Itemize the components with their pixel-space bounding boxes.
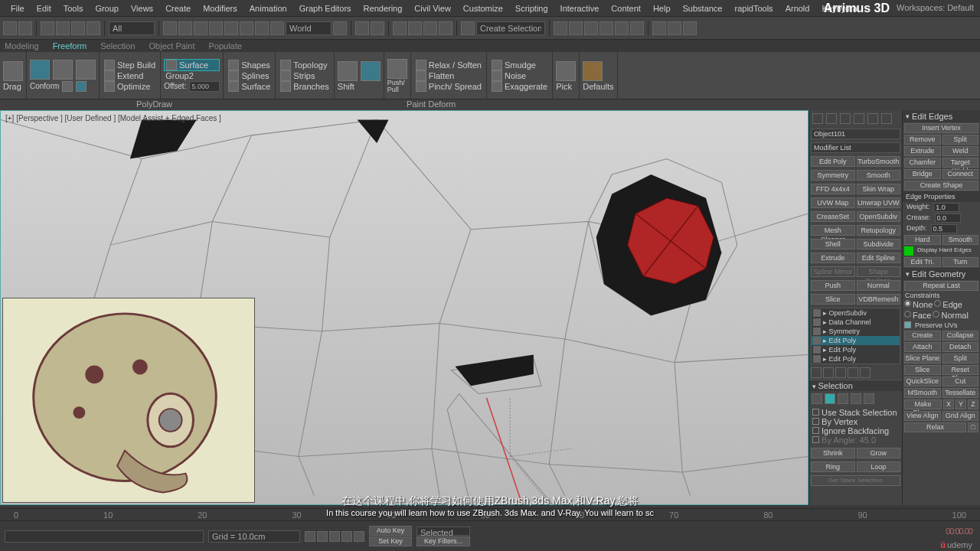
select-icon[interactable] — [163, 21, 177, 35]
move-icon[interactable] — [224, 21, 238, 35]
named-sel-icon[interactable] — [461, 21, 475, 35]
undo-icon[interactable] — [3, 21, 17, 35]
repeat-last-button[interactable]: Repeat Last — [904, 281, 978, 291]
step-build-button[interactable]: Step Build — [103, 60, 157, 70]
msmooth-button[interactable]: MSmooth — [904, 388, 941, 398]
opensubdiv-button[interactable]: OpenSubdiv — [857, 211, 901, 222]
slice-button[interactable]: Slice — [811, 294, 855, 305]
hard-edge-color[interactable] — [904, 246, 913, 256]
ring-button[interactable]: Ring — [811, 461, 855, 472]
prompt-field[interactable] — [5, 530, 204, 543]
mod-edit-poly[interactable]: ▸ Edit Poly — [812, 354, 900, 364]
menu-help[interactable]: Help — [647, 4, 677, 13]
bridge-button[interactable]: Bridge — [904, 169, 941, 179]
cut-button[interactable]: Cut — [942, 377, 979, 386]
strips-button[interactable]: Strips — [279, 70, 330, 81]
cp-motion-icon[interactable] — [854, 113, 864, 124]
menu-create[interactable]: Create — [159, 4, 197, 13]
menu-views[interactable]: Views — [125, 4, 159, 13]
menu-group[interactable]: Group — [89, 4, 125, 13]
ribbon-tab-populate[interactable]: Populate — [208, 41, 241, 51]
shrink-button[interactable]: Shrink — [811, 448, 855, 458]
by-angle[interactable]: By Angle: 45.0 — [812, 435, 899, 445]
render-frame-icon[interactable] — [668, 21, 681, 35]
workspace-selector[interactable]: Workspaces: Default — [897, 3, 974, 12]
ribbon-tab-object-paint[interactable]: Object Paint — [149, 41, 195, 51]
ribbon-tab-freeform[interactable]: Freeform — [53, 41, 87, 51]
group2-button[interactable]: Group2 — [164, 71, 220, 80]
mod-edit-poly[interactable]: ▸ Edit Poly — [812, 345, 900, 354]
creaseset-button[interactable]: CreaseSet — [811, 211, 855, 222]
viewport-label[interactable]: [+] [Perspective ] [User Defined ] [Mode… — [5, 114, 221, 122]
edit-spline-button[interactable]: Edit Spline — [857, 253, 901, 263]
mod-edit-poly[interactable]: ▸ Edit Poly — [812, 336, 900, 345]
mod-symmetry[interactable]: ▸ Symmetry — [812, 327, 900, 336]
conform-move-icon[interactable] — [53, 60, 73, 80]
hard-button[interactable]: Hard — [904, 235, 941, 245]
menu-civil-view[interactable]: Civil View — [408, 4, 456, 13]
link-icon[interactable] — [41, 21, 54, 35]
keyboard-icon[interactable] — [371, 21, 384, 35]
connect-button[interactable]: Connect — [942, 169, 979, 179]
named-sel-set[interactable] — [476, 21, 545, 35]
stack-pin-icon[interactable] — [811, 367, 822, 378]
material-editor-icon[interactable] — [630, 21, 644, 35]
menu-modifiers[interactable]: Modifiers — [197, 4, 243, 13]
placement-icon[interactable] — [270, 21, 284, 35]
coord-sys[interactable] — [286, 21, 332, 35]
edit-edges-header[interactable]: ▾ Edit Edges — [903, 110, 980, 122]
preserve-uvs-check[interactable] — [904, 321, 911, 328]
turbosmooth-button[interactable]: TurboSmooth — [857, 156, 901, 167]
slice-plane-button[interactable]: Slice Plane — [904, 354, 941, 364]
relax-button[interactable]: Relax — [904, 422, 966, 432]
shapes-button[interactable]: Shapes — [227, 60, 272, 70]
symmetry-button[interactable]: Symmetry — [811, 170, 855, 181]
quickslice-button[interactable]: QuickSlice — [904, 377, 941, 386]
detach-button[interactable]: Detach — [942, 342, 979, 352]
menu-animation[interactable]: Animation — [243, 4, 293, 13]
extend-button[interactable]: Extend — [103, 70, 157, 81]
make-planar-button[interactable]: Make Planar — [904, 399, 942, 409]
conform-opt1-icon[interactable] — [62, 81, 73, 92]
angle-snap-icon[interactable] — [408, 21, 422, 35]
menu-rendering[interactable]: Rendering — [358, 4, 409, 13]
select-region-icon[interactable] — [194, 21, 207, 35]
attach-button[interactable]: Attach — [904, 342, 941, 352]
modifier-list-dropdown[interactable]: Modifier List — [811, 142, 900, 153]
subobj-border-icon[interactable] — [838, 393, 848, 404]
shell-button[interactable]: Shell — [811, 239, 855, 249]
menu-customize[interactable]: Customize — [457, 4, 509, 13]
menu-content[interactable]: Content — [605, 4, 647, 13]
extrude-button[interactable]: Extrude — [811, 253, 855, 263]
splines-button[interactable]: Splines — [227, 70, 272, 81]
flatten-button[interactable]: Flatten — [414, 70, 483, 81]
normal-button[interactable]: Normal — [857, 280, 901, 291]
topology-button[interactable]: Topology — [279, 60, 330, 70]
rotate-icon[interactable] — [240, 21, 253, 35]
stack-show-icon[interactable] — [823, 367, 834, 378]
render-setup-icon[interactable] — [652, 21, 666, 35]
create-shape-button[interactable]: Create Shape — [904, 181, 978, 191]
create-button[interactable]: Create — [904, 331, 941, 341]
turn-button[interactable]: Turn — [942, 257, 979, 267]
skin-wrap-button[interactable]: Skin Wrap — [857, 184, 901, 194]
smooth-button[interactable]: Smooth — [942, 235, 979, 245]
tessellate-button[interactable]: Tessellate — [942, 388, 979, 398]
auto-key-button[interactable]: Auto Key — [369, 526, 412, 536]
modifier-stack[interactable]: ▸ OpenSubdiv▸ Data Channel▸ Symmetry▸ Ed… — [811, 308, 900, 364]
layer-icon[interactable] — [584, 21, 598, 35]
subobj-element-icon[interactable] — [864, 393, 874, 404]
constraint-none-radio[interactable] — [904, 300, 911, 307]
push-button[interactable]: Push — [811, 280, 855, 291]
split-button[interactable]: Split — [942, 135, 979, 145]
window-crossing-icon[interactable] — [209, 21, 223, 35]
redo-icon[interactable] — [18, 21, 32, 35]
edit-geometry-header[interactable]: ▾ Edit Geometry — [903, 268, 980, 280]
mod-data-channel[interactable]: ▸ Data Channel — [812, 318, 900, 327]
offset-input[interactable] — [189, 81, 220, 92]
schematic-icon[interactable] — [87, 21, 100, 35]
noise-button[interactable]: Noise — [490, 70, 549, 81]
prev-frame-icon[interactable] — [317, 531, 328, 542]
stack-config-icon[interactable] — [860, 367, 871, 378]
align-icon[interactable] — [569, 21, 583, 35]
